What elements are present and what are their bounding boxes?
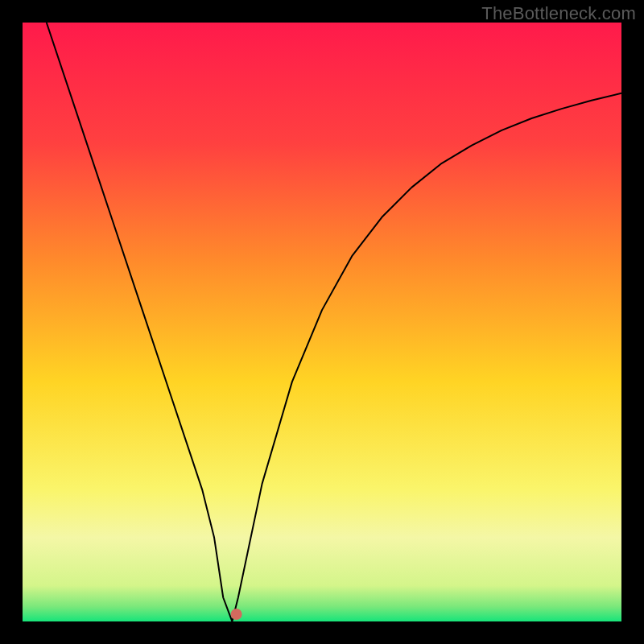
- chart-container: TheBottleneck.com: [0, 0, 644, 644]
- plot-area: [23, 23, 621, 621]
- optimal-point-marker: [231, 609, 242, 620]
- chart-svg: [23, 23, 621, 621]
- gradient-background: [23, 23, 621, 621]
- watermark-text: TheBottleneck.com: [481, 3, 636, 24]
